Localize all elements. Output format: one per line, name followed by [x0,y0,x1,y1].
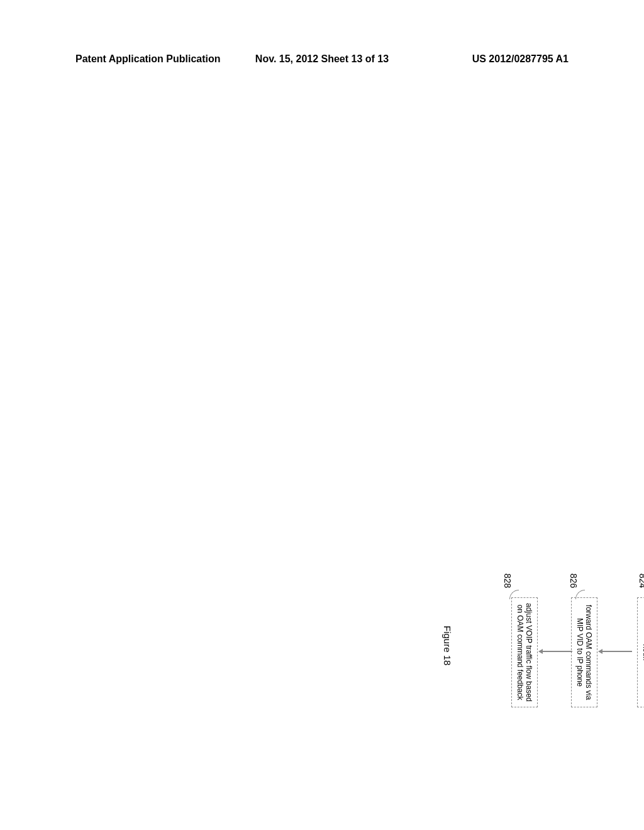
header-center: Nov. 15, 2012 Sheet 13 of 13 [240,53,404,65]
header-left: Patent Application Publication [75,53,240,65]
ref-curve-828 [509,590,519,599]
step-828: adjust VOIP traffic flow based on OAM co… [511,597,538,707]
ref-824: 824 [638,573,644,588]
header-right: US 2012/0287795 A1 [404,53,569,65]
arrow-826-828 [542,651,572,652]
figure-17: server bridge access box IP Phone monito… [641,223,644,525]
ref-828: 828 [502,573,513,588]
ref-826: 826 [569,573,579,588]
diagram-container: server bridge access box IP Phone monito… [220,223,644,707]
step-826: forward OAM commands via MIP VID to IP p… [571,597,597,707]
page-header: Patent Application Publication Nov. 15, … [0,53,644,65]
step-824: Resolve IP command to series of OAM comm… [637,597,644,707]
ref-curve-826 [575,590,585,599]
arrow-824-826 [602,651,632,652]
figure-18: Receive IP command at server, "monitor d… [396,578,644,717]
figure18-caption: Figure 18 [442,626,453,665]
